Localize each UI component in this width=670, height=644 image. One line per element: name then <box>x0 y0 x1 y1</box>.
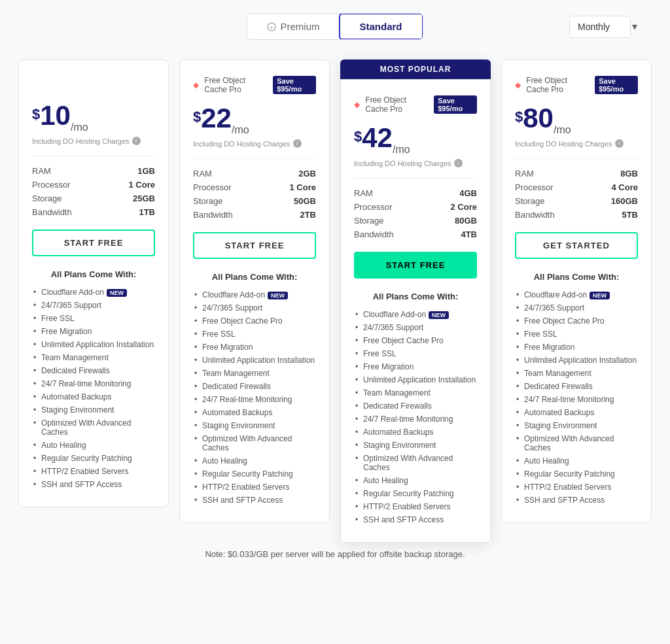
feature-item: Free Migration <box>32 325 155 338</box>
spec-label: Processor <box>32 178 106 192</box>
plan-price: $22/mo <box>193 105 316 135</box>
feature-item: Team Management <box>193 367 316 380</box>
feature-item: Cloudflare Add-onNEW <box>32 286 155 299</box>
feature-item: 24/7/365 Support <box>354 321 477 334</box>
info-icon[interactable]: i <box>615 139 624 148</box>
feature-item: Unlimited Application Installation <box>32 338 155 351</box>
feature-item: Staging Environment <box>354 439 477 452</box>
feature-item: 24/7 Real-time Monitoring <box>515 393 638 406</box>
plan-card-plan-22: ◆ Free Object Cache Pro Save $95/mo $22/… <box>179 59 330 523</box>
feature-item: Auto Healing <box>193 454 316 467</box>
new-badge: NEW <box>268 292 288 299</box>
spec-label: Storage <box>193 194 267 208</box>
diamond-icon: ◆ <box>515 80 522 90</box>
price-note: Including DO Hosting Charges i <box>193 139 316 148</box>
feature-item: Auto Healing <box>32 439 155 452</box>
feature-item: Optimized With Advanced Caches <box>193 432 316 454</box>
feature-item: 24/7/365 Support <box>32 299 155 312</box>
diamond-icon: ◆ <box>193 80 200 90</box>
features-title: All Plans Come With: <box>193 272 316 282</box>
feature-item: Team Management <box>32 351 155 364</box>
feature-item: Cloudflare Add-onNEW <box>193 288 316 301</box>
feature-item: Automated Backups <box>354 426 477 439</box>
spec-value: 1TB <box>106 205 155 219</box>
badge-row: ◆ Free Object Cache Pro Save $95/mo <box>193 76 316 94</box>
cta-button[interactable]: START FREE <box>354 252 477 279</box>
new-badge: NEW <box>590 292 610 299</box>
tab-standard[interactable]: Standard <box>339 13 423 40</box>
cta-button[interactable]: START FREE <box>193 232 316 259</box>
plan-price: $80/mo <box>515 105 638 135</box>
spec-label: Bandwidth <box>32 205 106 219</box>
spec-label: Storage <box>354 214 428 228</box>
specs-table: RAM2GBProcessor1 CoreStorage50GBBandwidt… <box>193 167 316 222</box>
plan-wrapper-plan-10: $10/mo Including DO Hosting Charges i RA… <box>18 59 169 507</box>
price-note: Including DO Hosting Charges i <box>515 139 638 148</box>
spec-label: RAM <box>32 164 106 178</box>
feature-item: Dedicated Firewalls <box>32 364 155 377</box>
features-title: All Plans Come With: <box>515 272 638 282</box>
feature-item: Dedicated Firewalls <box>515 380 638 393</box>
info-icon[interactable]: i <box>293 139 302 148</box>
feature-item: Free Migration <box>354 360 477 373</box>
feature-item: SSH and SFTP Access <box>515 494 638 507</box>
cta-button[interactable]: START FREE <box>32 229 155 256</box>
feature-item: Optimized With Advanced Caches <box>515 432 638 454</box>
badge-row-empty <box>32 76 155 92</box>
popular-plan-wrapper: MOST POPULAR ◆ Free Object Cache Pro Sav… <box>340 59 491 543</box>
new-badge: NEW <box>107 289 127 297</box>
feature-item: Automated Backups <box>193 406 316 419</box>
feature-list: Cloudflare Add-onNEW24/7/365 SupportFree… <box>354 308 477 526</box>
most-popular-banner: MOST POPULAR <box>340 59 491 79</box>
spec-value: 80GB <box>428 214 477 228</box>
feature-item: Staging Environment <box>515 419 638 432</box>
feature-item: Free Object Cache Pro <box>354 334 477 347</box>
badge-row: ◆ Free Object Cache Pro Save $95/mo <box>354 95 477 114</box>
specs-table: RAM4GBProcessor2 CoreStorage80GBBandwidt… <box>354 186 477 241</box>
spec-value: 2GB <box>267 167 316 180</box>
feature-item: Free Object Cache Pro <box>193 314 316 328</box>
badge-text: Free Object Cache Pro <box>204 76 269 94</box>
spec-value: 2TB <box>267 208 316 222</box>
feature-item: 24/7 Real-time Monitoring <box>193 393 316 406</box>
info-icon[interactable]: i <box>132 137 141 145</box>
divider <box>32 156 155 156</box>
spec-label: Processor <box>193 180 267 194</box>
footer-note: Note: $0.033/GB per server will be appli… <box>13 549 657 559</box>
feature-item: Staging Environment <box>32 403 155 416</box>
spec-value: 1 Core <box>267 180 316 194</box>
spec-label: Processor <box>515 180 588 194</box>
spec-label: Bandwidth <box>515 208 588 222</box>
feature-list: Cloudflare Add-onNEW24/7/365 SupportFree… <box>193 288 316 507</box>
spec-label: Bandwidth <box>193 208 267 222</box>
feature-item: Free Migration <box>515 341 638 354</box>
divider <box>515 158 638 159</box>
tab-premium[interactable]: ✦ Premium <box>247 14 339 39</box>
feature-item: Optimized With Advanced Caches <box>354 452 477 474</box>
billing-select[interactable]: Monthly Yearly <box>569 16 631 38</box>
feature-item: Team Management <box>354 386 477 399</box>
feature-item: Unlimited Application Installation <box>515 354 638 367</box>
feature-item: Auto Healing <box>515 454 638 467</box>
page-header: ✦ Premium Standard Monthly Yearly <box>13 13 657 40</box>
plans-container: $10/mo Including DO Hosting Charges i RA… <box>13 59 657 543</box>
feature-item: Free SSL <box>354 347 477 360</box>
plan-wrapper-plan-22: ◆ Free Object Cache Pro Save $95/mo $22/… <box>179 59 330 523</box>
spec-value: 25GB <box>106 192 155 205</box>
feature-item: Automated Backups <box>32 390 155 403</box>
feature-list: Cloudflare Add-onNEW24/7/365 SupportFree… <box>32 286 155 491</box>
cta-button[interactable]: GET STARTED <box>515 232 638 259</box>
feature-item: Dedicated Firewalls <box>354 399 477 413</box>
plan-card-plan-80: ◆ Free Object Cache Pro Save $95/mo $80/… <box>501 59 652 523</box>
spec-value: 160GB <box>588 194 638 208</box>
feature-item: Optimized With Advanced Caches <box>32 416 155 439</box>
billing-tab-group: ✦ Premium Standard <box>247 13 423 40</box>
spec-value: 4TB <box>428 228 477 241</box>
save-badge: Save $95/mo <box>595 76 638 94</box>
plan-wrapper-plan-80: ◆ Free Object Cache Pro Save $95/mo $80/… <box>501 59 652 523</box>
badge-row: ◆ Free Object Cache Pro Save $95/mo <box>515 76 638 94</box>
feature-item: Dedicated Firewalls <box>193 380 316 393</box>
feature-item: 24/7 Real-time Monitoring <box>354 413 477 426</box>
info-icon[interactable]: i <box>454 159 463 167</box>
feature-item: Automated Backups <box>515 406 638 419</box>
